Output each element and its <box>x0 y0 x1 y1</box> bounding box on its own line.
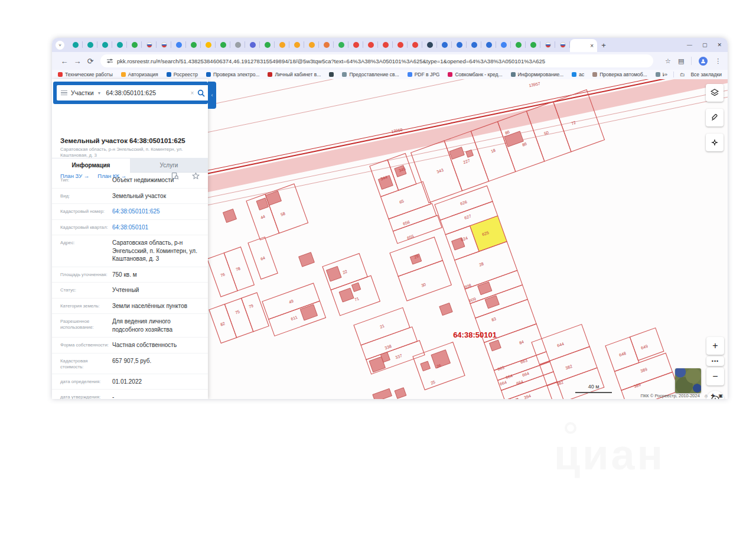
browser-tab[interactable] <box>83 38 97 52</box>
menu-icon[interactable] <box>61 90 67 96</box>
panel-collapse-button[interactable]: ‹ <box>208 82 216 109</box>
tab-favicon <box>545 42 551 48</box>
reload-button[interactable]: ⟳ <box>84 57 97 66</box>
bookmark-item[interactable]: Совкомбанк - кред... <box>448 72 502 77</box>
close-button[interactable]: ✕ <box>717 42 722 48</box>
bookmark-item[interactable]: Предоставление св... <box>342 72 399 77</box>
browser-tab[interactable] <box>437 38 452 52</box>
browser-tab[interactable] <box>319 38 334 52</box>
bookmarks-bar: Технические работыАвторизацияРосреестрПр… <box>52 70 728 79</box>
browser-tab[interactable] <box>511 38 526 52</box>
tab-favicon <box>427 42 433 48</box>
bookmark-item[interactable]: Информирование... <box>511 72 564 77</box>
bookmark-item[interactable]: PDF в JPG <box>408 72 440 77</box>
highlighted-parcel-625[interactable] <box>470 216 507 251</box>
browser-tab[interactable] <box>378 38 393 52</box>
browser-tab[interactable] <box>467 38 481 52</box>
browser-tab[interactable] <box>157 38 171 52</box>
bookmark-item[interactable]: Авторизация <box>121 72 158 77</box>
measure-button[interactable] <box>706 109 724 127</box>
browser-tab[interactable] <box>171 38 186 52</box>
site-settings-icon[interactable] <box>106 57 113 64</box>
browser-tab[interactable] <box>363 38 378 52</box>
coordinates-button[interactable] <box>706 134 724 151</box>
new-tab-button[interactable]: + <box>597 41 610 50</box>
browser-tab[interactable] <box>245 38 260 52</box>
search-icon[interactable] <box>197 89 205 97</box>
browser-tab[interactable] <box>68 38 83 52</box>
attribute-label: Тип: <box>60 176 112 184</box>
browser-tab[interactable] <box>481 38 496 52</box>
cadastral-map[interactable]: 1395713959725086861822734334534465656655… <box>208 79 728 399</box>
bookmark-label: PDF в JPG <box>415 72 440 77</box>
minimize-button[interactable]: — <box>687 42 692 48</box>
bookmark-item[interactable]: История <box>656 72 664 77</box>
tab-search-button[interactable]: ˅ <box>56 41 64 50</box>
clear-search-icon[interactable]: × <box>190 90 194 96</box>
home-icon[interactable]: ⌂ <box>705 393 708 398</box>
plus-icon[interactable]: ✚ <box>711 393 715 398</box>
browser-tab[interactable] <box>97 38 112 52</box>
bookmarks-overflow-chevron[interactable]: » <box>664 72 667 77</box>
browser-tab[interactable] <box>393 38 408 52</box>
side-panel-icon[interactable]: ▤ <box>678 57 684 65</box>
attribute-row: Адрес:Саратовская область, р-н Энгельсск… <box>52 235 208 267</box>
browser-tab[interactable] <box>334 38 348 52</box>
browser-tab[interactable] <box>201 38 216 52</box>
bookmark-item[interactable]: ас <box>572 72 584 77</box>
maximize-button[interactable]: ▢ <box>702 42 708 48</box>
address-bar[interactable]: pkk.rosreestr.ru/#/search/51.43825384606… <box>100 54 653 67</box>
forward-button[interactable]: → <box>71 57 84 66</box>
tab-favicon <box>87 42 93 48</box>
browser-tab[interactable] <box>230 38 245 52</box>
tab-services[interactable]: Услуги <box>130 158 208 173</box>
bookmark-item[interactable] <box>329 72 334 77</box>
bookmark-item[interactable]: Проверка автомоб... <box>592 72 647 77</box>
browser-tab[interactable] <box>555 38 570 52</box>
chevron-down-icon[interactable]: ▼ <box>97 91 102 95</box>
attribute-value[interactable]: 64:38:050101 <box>112 223 200 232</box>
browser-tab[interactable] <box>540 38 555 52</box>
search-input[interactable] <box>105 89 187 97</box>
browser-tab[interactable] <box>112 38 127 52</box>
layers-button[interactable] <box>706 84 724 102</box>
image-icon[interactable]: ▣ <box>718 393 723 398</box>
toolbar-divider <box>691 57 692 65</box>
browser-tab[interactable] <box>422 38 437 52</box>
browser-tab[interactable] <box>526 38 540 52</box>
bookmark-item[interactable]: Проверка электро... <box>206 72 260 77</box>
browser-tab[interactable] <box>496 38 511 52</box>
tab-information[interactable]: Информация <box>52 158 130 173</box>
back-button[interactable]: ← <box>58 57 71 66</box>
bookmark-item[interactable]: Личный кабинет в... <box>268 72 321 77</box>
bookmark-star-icon[interactable]: ☆ <box>665 57 671 65</box>
window-controls: — ▢ ✕ <box>687 38 722 52</box>
zoom-options-button[interactable]: ••• <box>706 356 724 366</box>
browser-tab[interactable] <box>186 38 201 52</box>
bookmark-item[interactable]: Росреестр <box>167 72 198 77</box>
browser-tab[interactable] <box>289 38 304 52</box>
url-text[interactable]: pkk.rosreestr.ru/#/search/51.43825384606… <box>117 58 647 64</box>
browser-tab[interactable] <box>452 38 467 52</box>
attribute-value[interactable]: 64:38:050101:625 <box>112 207 200 216</box>
basemap-thumbnail[interactable] <box>675 368 701 393</box>
browser-tab[interactable] <box>304 38 319 52</box>
browser-tab[interactable] <box>260 38 275 52</box>
menu-kebab-icon[interactable]: ⋮ <box>715 57 721 65</box>
zoom-out-button[interactable]: − <box>706 368 724 385</box>
browser-tab[interactable] <box>275 38 289 52</box>
profile-avatar[interactable] <box>699 57 708 66</box>
search-category-select[interactable]: Участки <box>71 89 94 96</box>
browser-tab[interactable] <box>408 38 422 52</box>
zoom-in-button[interactable]: + <box>706 337 724 355</box>
active-tab[interactable]: × <box>570 39 597 52</box>
all-bookmarks-label[interactable]: Все закладки <box>690 72 722 77</box>
browser-tab[interactable] <box>127 38 142 52</box>
browser-tab[interactable] <box>216 38 230 52</box>
tab-favicon <box>486 42 492 48</box>
browser-tab[interactable] <box>142 38 157 52</box>
tab-close-icon[interactable]: × <box>590 43 594 49</box>
attribute-label: Кадастровая стоимость: <box>60 357 112 370</box>
browser-tab[interactable] <box>348 38 363 52</box>
bookmark-item[interactable]: Технические работы <box>58 72 113 77</box>
